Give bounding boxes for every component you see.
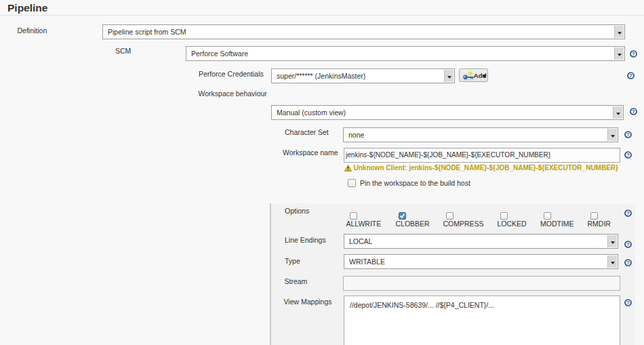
svg-text:?: ? [626, 131, 630, 138]
svg-text:?: ? [626, 260, 630, 266]
svg-text:?: ? [632, 108, 635, 115]
svg-text:?: ? [626, 300, 630, 306]
svg-text:?: ? [629, 73, 632, 79]
svg-text:?: ? [626, 152, 630, 158]
svg-text:?: ? [626, 210, 630, 216]
svg-text:?: ? [632, 51, 635, 57]
svg-text:?: ? [626, 241, 630, 247]
